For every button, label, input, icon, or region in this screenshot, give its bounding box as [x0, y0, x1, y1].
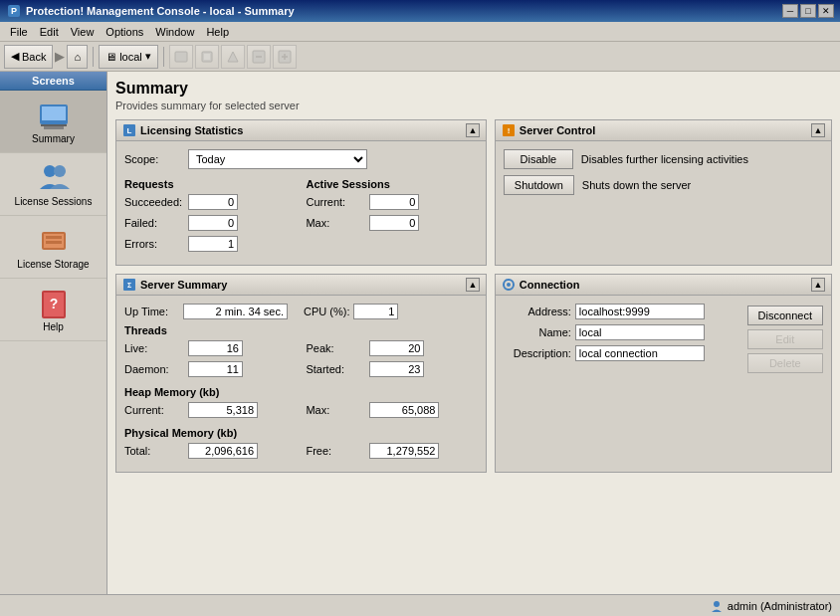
- live-value[interactable]: [188, 340, 243, 356]
- shutdown-row: Shutdown Shuts down the server: [504, 175, 823, 195]
- heap-max-row: Max:: [306, 402, 477, 418]
- page-title: Summary: [115, 80, 832, 98]
- connection-header: Connection ▲: [496, 275, 831, 296]
- home-button[interactable]: ⌂: [67, 45, 88, 69]
- toolbar: ◀ Back ▶ ⌂ 🖥 local ▾: [0, 42, 840, 72]
- svg-text:!: !: [508, 126, 511, 135]
- address-label: Address:: [504, 306, 571, 317]
- errors-label: Errors:: [124, 238, 184, 250]
- licensing-collapse-btn[interactable]: ▲: [466, 123, 480, 137]
- requests-label: Requests: [124, 178, 296, 190]
- menu-help[interactable]: Help: [200, 24, 235, 40]
- heap-two-col: Current: Max:: [124, 402, 478, 423]
- name-row: Name:: [504, 324, 739, 340]
- svg-text:?: ?: [49, 296, 58, 311]
- disable-button[interactable]: Disable: [504, 149, 573, 169]
- svg-text:Σ: Σ: [127, 282, 131, 289]
- sidebar-item-license-storage-label: License Storage: [17, 259, 89, 270]
- disconnect-button[interactable]: Disconnect: [747, 306, 823, 325]
- connection-icon: [502, 278, 516, 292]
- licensing-statistics-panel: L Licensing Statistics ▲ Scope: Today: [115, 119, 487, 266]
- title-bar-text: Protection! Management Console - local -…: [26, 5, 782, 17]
- svg-marker-5: [228, 52, 238, 62]
- description-value[interactable]: [575, 345, 705, 361]
- daemon-label: Daemon:: [124, 363, 184, 375]
- license-sessions-icon: [38, 161, 70, 193]
- peak-value[interactable]: [369, 340, 424, 356]
- svg-rect-19: [46, 236, 62, 239]
- cpu-value[interactable]: [353, 304, 398, 319]
- failed-label: Failed:: [124, 217, 184, 229]
- uptime-value[interactable]: [183, 304, 288, 319]
- forward-arrow-icon: ▶: [55, 49, 65, 64]
- succeeded-row: Succeeded:: [124, 194, 296, 210]
- delete-button[interactable]: Delete: [747, 353, 823, 373]
- menu-edit[interactable]: Edit: [34, 24, 65, 40]
- toolbar-btn-1: [169, 45, 193, 69]
- menu-options[interactable]: Options: [100, 24, 149, 40]
- address-value[interactable]: [575, 304, 705, 319]
- phys-free-value[interactable]: [369, 443, 439, 459]
- peak-label: Peak:: [306, 342, 365, 354]
- minimize-button[interactable]: ─: [782, 4, 798, 18]
- svg-point-16: [54, 165, 66, 177]
- uptime-row: Up Time: CPU (%):: [124, 304, 478, 319]
- daemon-value[interactable]: [188, 361, 243, 377]
- heap-left-col: Current:: [124, 402, 296, 423]
- shutdown-button[interactable]: Shutdown: [504, 175, 574, 195]
- heap-current-label: Current:: [124, 404, 184, 416]
- sidebar-item-summary[interactable]: Summary: [0, 91, 106, 153]
- edit-button[interactable]: Edit: [747, 329, 823, 349]
- maximize-button[interactable]: □: [800, 4, 816, 18]
- max-value[interactable]: [369, 215, 419, 231]
- max-label: Max:: [306, 217, 365, 229]
- active-sessions-col: Active Sessions Current: Max:: [306, 174, 477, 257]
- svg-point-32: [714, 601, 720, 607]
- phys-total-value[interactable]: [188, 443, 258, 459]
- threads-two-col: Live: Daemon: Peak:: [124, 340, 478, 382]
- started-value[interactable]: [369, 361, 424, 377]
- close-button[interactable]: ✕: [818, 4, 834, 18]
- menu-window[interactable]: Window: [149, 24, 200, 40]
- licensing-statistics-title: Licensing Statistics: [140, 124, 243, 136]
- back-button[interactable]: ◀ Back: [4, 45, 53, 69]
- cpu-label: CPU (%):: [304, 306, 349, 317]
- heap-current-row: Current:: [124, 402, 296, 418]
- server-control-collapse-btn[interactable]: ▲: [811, 123, 825, 137]
- stats-two-col: Requests Succeeded: Failed: Errors:: [124, 174, 478, 257]
- server-dropdown-btn[interactable]: 🖥 local ▾: [99, 45, 158, 69]
- licensing-icon: L: [122, 123, 136, 137]
- failed-value[interactable]: [188, 215, 238, 231]
- sidebar-item-license-storage[interactable]: License Storage: [0, 216, 106, 279]
- peak-row: Peak:: [306, 340, 477, 356]
- content-area: Summary Provides summary for selected se…: [107, 72, 840, 594]
- max-row: Max:: [306, 215, 477, 231]
- sidebar: Screens Summary: [0, 72, 107, 594]
- succeeded-value[interactable]: [188, 194, 238, 210]
- current-value[interactable]: [369, 194, 419, 210]
- heap-max-value[interactable]: [369, 402, 439, 418]
- connection-collapse-btn[interactable]: ▲: [811, 278, 825, 292]
- connection-panel: Connection ▲ Address: Name:: [495, 274, 832, 473]
- errors-value[interactable]: [188, 236, 238, 252]
- menu-file[interactable]: File: [4, 24, 34, 40]
- phys-two-col: Total: Free:: [124, 443, 478, 464]
- svg-text:P: P: [11, 6, 17, 16]
- menu-view[interactable]: View: [65, 24, 101, 40]
- live-row: Live:: [124, 340, 296, 356]
- name-label: Name:: [504, 326, 571, 338]
- svg-point-31: [507, 283, 511, 287]
- sidebar-item-license-sessions[interactable]: License Sessions: [0, 153, 106, 216]
- heap-current-value[interactable]: [188, 402, 258, 418]
- sidebar-item-help[interactable]: ? Help: [0, 279, 106, 341]
- server-summary-collapse-btn[interactable]: ▲: [466, 278, 480, 292]
- server-control-panel: ! Server Control ▲ Disable Disables furt…: [495, 119, 832, 266]
- scope-select[interactable]: Today: [188, 149, 367, 169]
- server-icon: 🖥: [105, 51, 116, 63]
- name-value[interactable]: [575, 324, 705, 340]
- dropdown-arrow-icon: ▾: [145, 50, 151, 63]
- title-bar-controls[interactable]: ─ □ ✕: [782, 4, 834, 18]
- title-bar: P Protection! Management Console - local…: [0, 0, 840, 22]
- svg-rect-4: [204, 54, 210, 60]
- status-user-text: admin (Administrator): [728, 600, 832, 612]
